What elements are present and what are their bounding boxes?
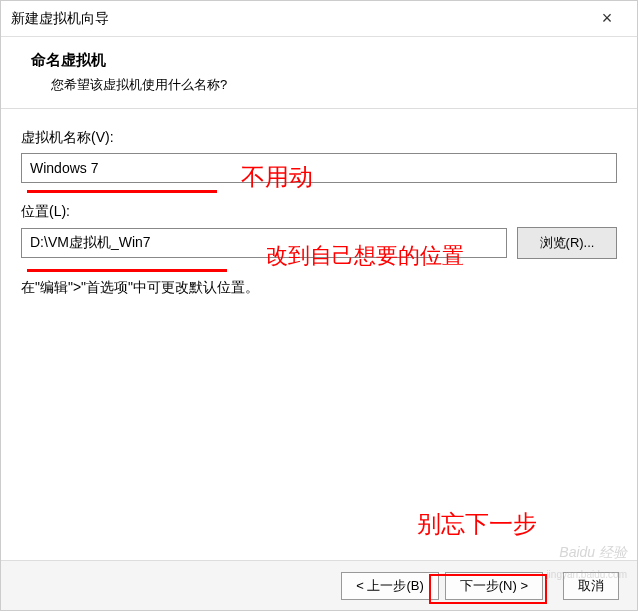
vm-name-label: 虚拟机名称(V): (21, 129, 617, 147)
annotation-dont-forget: 别忘下一步 (417, 508, 537, 540)
content-area: 虚拟机名称(V): 位置(L): 浏览(R)... 在"编辑">"首选项"中可更… (1, 109, 637, 560)
titlebar: 新建虚拟机向导 × (1, 1, 637, 37)
page-subtitle: 您希望该虚拟机使用什么名称? (51, 76, 617, 94)
annotation-dont-touch: 不用动 (241, 161, 313, 193)
wizard-header: 命名虚拟机 您希望该虚拟机使用什么名称? (1, 37, 637, 109)
browse-button[interactable]: 浏览(R)... (517, 227, 617, 259)
cancel-button[interactable]: 取消 (563, 572, 619, 600)
help-text: 在"编辑">"首选项"中可更改默认位置。 (21, 279, 617, 297)
button-bar: < 上一步(B) 下一步(N) > 取消 (1, 560, 637, 610)
page-title: 命名虚拟机 (31, 51, 617, 70)
back-button[interactable]: < 上一步(B) (341, 572, 439, 600)
close-icon[interactable]: × (587, 8, 627, 29)
next-button[interactable]: 下一步(N) > (445, 572, 543, 600)
annotation-underline-location (27, 269, 227, 272)
annotation-change-location: 改到自己想要的位置 (266, 241, 464, 271)
location-label: 位置(L): (21, 203, 617, 221)
wizard-window: 新建虚拟机向导 × 命名虚拟机 您希望该虚拟机使用什么名称? 虚拟机名称(V):… (0, 0, 638, 611)
annotation-underline-name (27, 190, 217, 193)
window-title: 新建虚拟机向导 (11, 10, 109, 28)
vm-name-input[interactable] (21, 153, 617, 183)
